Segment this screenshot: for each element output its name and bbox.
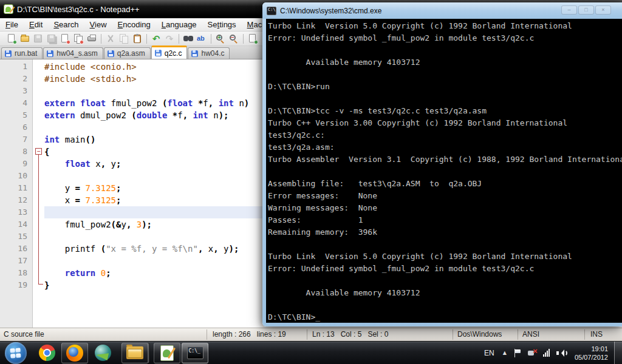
language-indicator[interactable]: EN [484, 349, 494, 357]
status-eol-format: Dos\Windows [457, 330, 502, 339]
line-number: 2 [0, 73, 33, 85]
fold-column [33, 109, 44, 121]
redo-icon: ↷ [164, 33, 175, 44]
console-line: Remaining memory: 396k [268, 226, 622, 238]
taskbar-chrome-button[interactable] [33, 343, 60, 363]
zoom-out-icon[interactable]: − [228, 33, 239, 44]
cmd-title: C:\Windows\system32\cmd.exe [280, 7, 381, 15]
toolbar-separator [146, 34, 147, 44]
notepadpp-statusbar: C source file length : 266 lines : 19 Ln… [0, 328, 622, 341]
new-file-icon[interactable] [6, 33, 17, 44]
show-desktop-button[interactable] [614, 342, 622, 364]
menu-settings[interactable]: Settings [202, 19, 242, 30]
toolbar-separator [211, 34, 211, 44]
minimize-button[interactable]: – [561, 5, 577, 15]
signal-strength-icon[interactable] [543, 349, 550, 357]
saved-file-icon [5, 50, 12, 57]
console-line [268, 93, 622, 105]
tab-label: hw04.c [201, 49, 224, 58]
tab-label: q2a.asm [117, 49, 145, 58]
save-all-icon [46, 33, 57, 44]
status-cursor-position: Ln : 13 Col : 5 Sel : 0 [312, 330, 388, 339]
console-line: D:\TC\BIN>_ [268, 311, 622, 323]
console-line [268, 299, 622, 311]
tab-hw04_s.asm[interactable]: hw04_s.asm [43, 47, 103, 59]
taskbar-globe-app-button[interactable] [89, 343, 116, 363]
volume-icon[interactable] [556, 349, 566, 357]
close-button[interactable]: × [595, 5, 611, 15]
print-icon[interactable] [86, 33, 97, 44]
fold-guide-end [38, 284, 43, 285]
line-number: 6 [0, 121, 33, 133]
tab-label: hw04_s.asm [56, 49, 97, 58]
console-line: Error messages: None [268, 190, 622, 202]
line-number: 5 [0, 109, 33, 121]
maximize-button[interactable]: □ [578, 5, 594, 15]
clock-date: 05/07/2012 [575, 353, 608, 362]
status-separator [307, 329, 307, 340]
console-line: D:\TC\BIN>tcc -v -ms test3/q2c.c test3/q… [268, 105, 622, 117]
console-line [268, 238, 622, 251]
line-number: 11 [0, 182, 33, 194]
replace-icon[interactable]: ab [196, 33, 207, 44]
console-line: Available memory 4103712 [268, 287, 622, 299]
saved-file-icon [47, 50, 53, 57]
action-center-flag-icon[interactable] [514, 349, 521, 357]
copy-icon [118, 33, 129, 44]
clock[interactable]: 19:01 05/07/2012 [575, 345, 608, 362]
doc-map-icon[interactable] [247, 33, 258, 44]
undo-icon[interactable]: ↶ [151, 33, 162, 44]
network-error-icon[interactable] [528, 349, 537, 357]
tab-q2c.c[interactable]: q2c.c [151, 46, 188, 59]
notepadpp-app-icon [4, 4, 13, 14]
line-number: 10 [0, 170, 33, 182]
cmd-titlebar[interactable]: C:\Windows\system32\cmd.exe – □ × [262, 2, 622, 19]
menu-edit[interactable]: Edit [24, 19, 48, 30]
console-line: Assembling file: test3\q2a.ASM to q2a.OB… [268, 178, 622, 190]
menu-language[interactable]: Language [156, 19, 202, 30]
taskbar-explorer-button[interactable] [121, 343, 148, 363]
fold-column [33, 73, 44, 85]
menu-search[interactable]: Search [48, 19, 84, 30]
taskbar-apps [33, 343, 209, 363]
line-number: 7 [0, 133, 33, 146]
line-number: 14 [0, 218, 33, 231]
line-number: 16 [0, 243, 33, 255]
tab-q2a.asm[interactable]: q2a.asm [104, 47, 151, 59]
tab-hw04.c[interactable]: hw04.c [188, 47, 230, 59]
menu-view[interactable]: View [84, 19, 112, 30]
console-line: test3/q2a.asm: [268, 141, 622, 153]
console-output[interactable]: Turbo Link Version 5.0 Copyright (c) 199… [266, 19, 622, 323]
open-file-icon[interactable] [19, 33, 30, 44]
close-icon[interactable] [60, 33, 70, 44]
menu-encoding[interactable]: Encoding [112, 19, 156, 30]
console-line: Warning messages: None [268, 202, 622, 214]
line-number: 15 [0, 231, 33, 243]
tab-run.bat[interactable]: run.bat [1, 47, 43, 59]
close-all-icon[interactable] [73, 33, 84, 44]
hidden-icons-chevron[interactable]: ▲ [503, 350, 507, 356]
menu-file[interactable]: File [0, 19, 24, 30]
taskbar-cmd-button[interactable] [182, 343, 208, 363]
zoom-in-icon[interactable]: + [215, 33, 226, 44]
line-number: 9 [0, 158, 33, 170]
chrome-icon [39, 345, 55, 361]
console-line: Turbo C++ Version 3.00 Copyright (c) 199… [268, 117, 622, 129]
cmd-window: C:\Windows\system32\cmd.exe – □ × Turbo … [262, 2, 622, 326]
line-number: 8 [0, 146, 33, 158]
paste-icon[interactable] [132, 33, 143, 44]
find-icon[interactable] [183, 33, 194, 44]
status-length-lines: length : 266 lines : 19 [213, 330, 286, 339]
console-line: Available memory 4103712 [268, 56, 622, 69]
console-line [268, 166, 622, 178]
notepadpp-title: D:\TC\BIN\test3\q2c.c - Notepad++ [17, 5, 140, 14]
clock-time: 19:01 [575, 345, 608, 353]
taskbar-firefox-button[interactable] [61, 343, 88, 363]
saved-file-icon [155, 50, 162, 56]
tab-label: q2c.c [165, 49, 182, 58]
fold-column [33, 61, 44, 73]
fold-collapse-icon[interactable]: − [35, 148, 42, 155]
start-button[interactable] [5, 342, 27, 364]
taskbar-notepad-plus-plus-button[interactable] [154, 343, 180, 363]
globe-app-icon [95, 345, 111, 361]
